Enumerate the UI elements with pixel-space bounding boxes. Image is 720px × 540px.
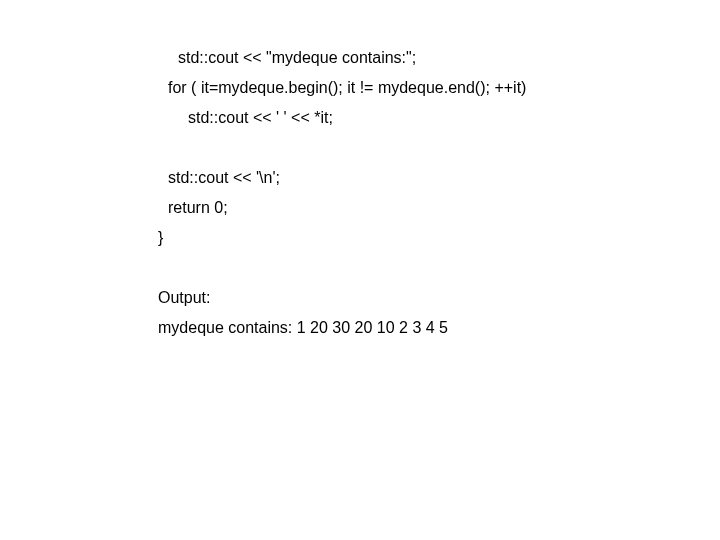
code-line: std::cout << ' ' << *it; — [158, 110, 698, 126]
code-line: return 0; — [158, 200, 698, 216]
code-line: } — [158, 230, 698, 246]
blank-line — [158, 140, 698, 156]
output-text: mydeque contains: 1 20 30 20 10 2 3 4 5 — [158, 320, 698, 336]
code-block: std::cout << "mydeque contains:"; for ( … — [158, 50, 698, 350]
output-label: Output: — [158, 290, 698, 306]
blank-line — [158, 260, 698, 276]
code-line: for ( it=mydeque.begin(); it != mydeque.… — [158, 80, 698, 96]
code-line: std::cout << "mydeque contains:"; — [158, 50, 698, 66]
code-line: std::cout << '\n'; — [158, 170, 698, 186]
